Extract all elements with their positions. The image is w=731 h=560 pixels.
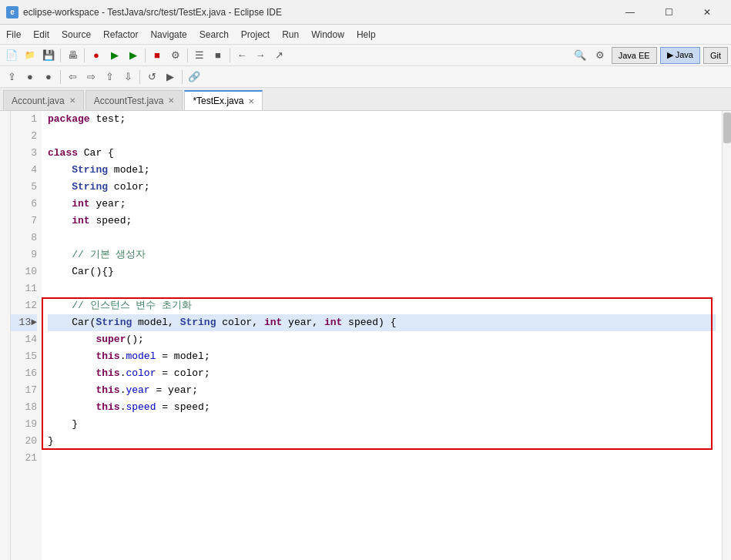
perspective-javaee[interactable]: Java EE	[612, 47, 657, 64]
tab-accounttest[interactable]: AccountTest.java ✕	[86, 90, 183, 110]
code-line-13: Car(String model, String color, int year…	[48, 314, 716, 331]
code-line-15: this.model = model;	[48, 348, 716, 365]
menu-refactor[interactable]: Refactor	[97, 25, 144, 44]
line-num-7: 7	[11, 213, 37, 230]
line-num-3: 3	[11, 145, 37, 162]
menu-source[interactable]: Source	[55, 25, 97, 44]
code-line-18: this.speed = speed;	[48, 399, 716, 416]
toggle1-button[interactable]: ☰	[191, 47, 208, 64]
tb2-btn3[interactable]: ●	[40, 69, 57, 86]
line-numbers: 1 2 3 4 5 6 7 8 9 10 11 12 13► 14 15 16 …	[11, 111, 42, 560]
code-line-2	[48, 128, 716, 145]
tab-testex[interactable]: *TestEx.java ✕	[184, 90, 263, 110]
close-button[interactable]: ✕	[689, 0, 725, 25]
code-line-19: }	[48, 416, 716, 433]
line-num-8: 8	[11, 230, 37, 246]
line-num-1: 1	[11, 111, 37, 128]
stop-button[interactable]: ■	[149, 47, 166, 64]
save-button[interactable]: 💾	[40, 47, 57, 64]
menu-project[interactable]: Project	[235, 25, 276, 44]
line-num-19: 19	[11, 416, 37, 433]
line-num-21: 21	[11, 450, 37, 467]
debug-button[interactable]: ●	[88, 47, 105, 64]
perspective-git[interactable]: Git	[703, 47, 728, 64]
print-button[interactable]: 🖶	[64, 47, 81, 64]
settings-button[interactable]: ⚙	[592, 47, 609, 64]
code-line-6: int year;	[48, 196, 716, 213]
tb2-btn10[interactable]: 🔗	[186, 69, 203, 86]
line-num-17: 17	[11, 382, 37, 399]
tab-accounttest-close[interactable]: ✕	[168, 96, 174, 105]
tab-bar: Account.java ✕ AccountTest.java ✕ *TestE…	[0, 88, 731, 111]
tb2-btn1[interactable]: ⇪	[3, 69, 20, 86]
line-num-4: 4	[11, 162, 37, 179]
code-line-9: // 기본 생성자	[48, 246, 716, 263]
code-line-12: // 인스턴스 변수 초기화	[48, 297, 716, 314]
perspective-java[interactable]: ▶ Java	[660, 47, 700, 64]
search-toolbar-button[interactable]: 🔍	[572, 47, 588, 64]
scroll-thumb[interactable]	[723, 112, 731, 143]
next-button[interactable]: →	[252, 47, 269, 64]
tb2-btn2[interactable]: ●	[22, 69, 39, 86]
tb2-btn9[interactable]: ▶	[162, 69, 179, 86]
run-button[interactable]: ▶	[106, 47, 123, 64]
menu-run[interactable]: Run	[276, 25, 305, 44]
menu-file[interactable]: File	[0, 25, 27, 44]
tb2-btn5[interactable]: ⇨	[82, 69, 99, 86]
code-line-20: }	[48, 433, 716, 450]
code-content[interactable]: package test; class Car { String model; …	[42, 111, 722, 560]
menu-window[interactable]: Window	[305, 25, 350, 44]
tb2-btn8[interactable]: ↺	[143, 69, 160, 86]
editor-container: 1 2 3 4 5 6 7 8 9 10 11 12 13► 14 15 16 …	[0, 111, 731, 560]
line-num-14: 14	[11, 331, 37, 348]
code-editor[interactable]: package test; class Car { String model; …	[42, 111, 722, 467]
line-num-18: 18	[11, 399, 37, 416]
menu-edit[interactable]: Edit	[27, 25, 55, 44]
minimize-button[interactable]: —	[612, 0, 648, 25]
code-line-1: package test;	[48, 111, 716, 128]
vertical-scrollbar[interactable]	[722, 111, 731, 560]
line-num-16: 16	[11, 365, 37, 382]
code-line-5: String color;	[48, 179, 716, 196]
tb2-btn4[interactable]: ⇦	[64, 69, 81, 86]
code-line-11	[48, 280, 716, 297]
tab-accounttest-label: AccountTest.java	[94, 96, 164, 106]
tb2-btn6[interactable]: ⇧	[101, 69, 118, 86]
code-line-4: String model;	[48, 162, 716, 179]
tb2-btn7[interactable]: ⇩	[119, 69, 136, 86]
line-num-20: 20	[11, 433, 37, 450]
window-controls: — ☐ ✕	[612, 0, 725, 25]
menu-bar: File Edit Source Refactor Navigate Searc…	[0, 25, 731, 45]
line-num-5: 5	[11, 179, 37, 196]
code-line-21	[48, 450, 716, 467]
editor-gutter	[0, 111, 11, 560]
menu-search[interactable]: Search	[193, 25, 235, 44]
window-title: eclipse-workspace - TestJava/src/test/Te…	[23, 7, 612, 18]
build-button[interactable]: ⚙	[167, 47, 184, 64]
tab-testex-label: *TestEx.java	[193, 96, 243, 106]
tab-account[interactable]: Account.java ✕	[3, 90, 84, 110]
code-line-10: Car(){}	[48, 263, 716, 280]
line-num-15: 15	[11, 348, 37, 365]
new-button[interactable]: 📄	[3, 47, 20, 64]
prev-button[interactable]: ←	[233, 47, 250, 64]
code-line-14: super();	[48, 331, 716, 348]
tab-account-close[interactable]: ✕	[69, 96, 75, 105]
toggle2-button[interactable]: ■	[210, 47, 226, 64]
menu-navigate[interactable]: Navigate	[144, 25, 193, 44]
open-button[interactable]: 📁	[22, 47, 39, 64]
line-num-2: 2	[11, 128, 37, 145]
app-icon: e	[6, 6, 18, 18]
tab-testex-close[interactable]: ✕	[248, 97, 254, 106]
run2-button[interactable]: ▶	[125, 47, 142, 64]
code-line-16: this.color = color;	[48, 365, 716, 382]
maximize-button[interactable]: ☐	[651, 0, 686, 25]
menu-help[interactable]: Help	[350, 25, 382, 44]
toolbar-1: 📄 📁 💾 🖶 ● ▶ ▶ ■ ⚙ ☰ ■ ← → ↗ 🔍 ⚙ Java EE …	[0, 45, 731, 66]
external-button[interactable]: ↗	[270, 47, 287, 64]
line-num-13: 13►	[11, 314, 37, 331]
toolbar-2: ⇪ ● ● ⇦ ⇨ ⇧ ⇩ ↺ ▶ 🔗	[0, 66, 731, 88]
title-bar: e eclipse-workspace - TestJava/src/test/…	[0, 0, 731, 25]
code-line-7: int speed;	[48, 213, 716, 230]
line-num-11: 11	[11, 280, 37, 297]
